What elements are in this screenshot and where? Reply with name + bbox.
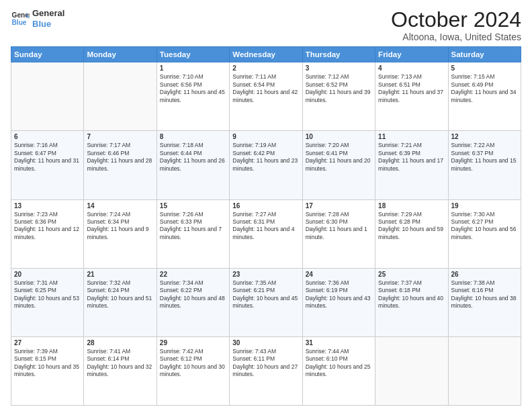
day-number: 9 — [232, 133, 299, 140]
day-info: Sunrise: 7:30 AMSunset: 6:27 PMDaylight:… — [451, 211, 518, 242]
day-info: Sunrise: 7:43 AMSunset: 6:11 PMDaylight:… — [232, 348, 299, 379]
day-number: 5 — [451, 64, 518, 72]
day-info: Sunrise: 7:20 AMSunset: 6:41 PMDaylight:… — [306, 142, 372, 173]
day-info: Sunrise: 7:23 AMSunset: 6:36 PMDaylight:… — [14, 211, 81, 242]
day-cell: 21Sunrise: 7:32 AMSunset: 6:24 PMDayligh… — [84, 268, 157, 336]
day-number: 10 — [306, 133, 372, 140]
day-cell: 10Sunrise: 7:20 AMSunset: 6:41 PMDayligh… — [302, 131, 375, 199]
day-number: 4 — [378, 64, 445, 72]
day-cell: 16Sunrise: 7:27 AMSunset: 6:31 PMDayligh… — [230, 199, 302, 268]
day-number: 6 — [14, 133, 81, 140]
week-row-5: 27Sunrise: 7:39 AMSunset: 6:15 PMDayligh… — [11, 336, 521, 405]
header: General Blue General Blue October 2024 A… — [11, 8, 521, 42]
day-cell: 12Sunrise: 7:22 AMSunset: 6:37 PMDayligh… — [448, 131, 521, 199]
day-info: Sunrise: 7:10 AMSunset: 6:56 PMDaylight:… — [160, 73, 226, 104]
day-info: Sunrise: 7:17 AMSunset: 6:46 PMDaylight:… — [87, 142, 153, 173]
title-block: October 2024 Altoona, Iowa, United State… — [391, 8, 521, 42]
day-number: 1 — [160, 64, 226, 72]
day-cell: 2Sunrise: 7:11 AMSunset: 6:54 PMDaylight… — [230, 62, 302, 131]
day-number: 17 — [306, 202, 372, 210]
day-number: 7 — [87, 133, 153, 140]
day-info: Sunrise: 7:21 AMSunset: 6:39 PMDaylight:… — [378, 142, 445, 173]
day-cell: 20Sunrise: 7:31 AMSunset: 6:25 PMDayligh… — [11, 268, 84, 336]
day-info: Sunrise: 7:18 AMSunset: 6:44 PMDaylight:… — [160, 142, 226, 173]
day-number: 12 — [451, 133, 518, 140]
location: Altoona, Iowa, United States — [391, 32, 521, 42]
day-info: Sunrise: 7:41 AMSunset: 6:14 PMDaylight:… — [87, 348, 153, 379]
day-number: 23 — [232, 271, 299, 278]
day-number: 24 — [306, 271, 372, 278]
day-cell: 6Sunrise: 7:16 AMSunset: 6:47 PMDaylight… — [11, 131, 84, 199]
day-info: Sunrise: 7:13 AMSunset: 6:51 PMDaylight:… — [378, 73, 445, 104]
day-info: Sunrise: 7:38 AMSunset: 6:16 PMDaylight:… — [451, 279, 518, 310]
day-number: 13 — [14, 202, 81, 210]
day-cell: 23Sunrise: 7:35 AMSunset: 6:21 PMDayligh… — [230, 268, 302, 336]
day-number: 19 — [451, 202, 518, 210]
day-info: Sunrise: 7:11 AMSunset: 6:54 PMDaylight:… — [232, 73, 299, 104]
day-number: 15 — [160, 202, 226, 210]
day-cell: 25Sunrise: 7:37 AMSunset: 6:18 PMDayligh… — [375, 268, 448, 336]
day-cell: 26Sunrise: 7:38 AMSunset: 6:16 PMDayligh… — [448, 268, 521, 336]
day-number: 30 — [232, 339, 299, 347]
day-cell: 29Sunrise: 7:42 AMSunset: 6:12 PMDayligh… — [157, 336, 229, 405]
month-title: October 2024 — [391, 8, 521, 32]
day-info: Sunrise: 7:22 AMSunset: 6:37 PMDaylight:… — [451, 142, 518, 173]
day-cell: 30Sunrise: 7:43 AMSunset: 6:11 PMDayligh… — [230, 336, 302, 405]
day-number: 22 — [160, 271, 226, 278]
day-info: Sunrise: 7:32 AMSunset: 6:24 PMDaylight:… — [87, 279, 153, 310]
day-cell — [448, 336, 521, 405]
week-row-3: 13Sunrise: 7:23 AMSunset: 6:36 PMDayligh… — [11, 199, 521, 268]
day-cell: 31Sunrise: 7:44 AMSunset: 6:10 PMDayligh… — [302, 336, 375, 405]
week-row-2: 6Sunrise: 7:16 AMSunset: 6:47 PMDaylight… — [11, 131, 521, 199]
day-number: 29 — [160, 339, 226, 347]
day-info: Sunrise: 7:29 AMSunset: 6:28 PMDaylight:… — [378, 211, 445, 242]
day-number: 11 — [378, 133, 445, 140]
day-number: 18 — [378, 202, 445, 210]
day-cell: 18Sunrise: 7:29 AMSunset: 6:28 PMDayligh… — [375, 199, 448, 268]
day-cell: 4Sunrise: 7:13 AMSunset: 6:51 PMDaylight… — [375, 62, 448, 131]
day-info: Sunrise: 7:31 AMSunset: 6:25 PMDaylight:… — [14, 279, 81, 310]
day-info: Sunrise: 7:37 AMSunset: 6:18 PMDaylight:… — [378, 279, 445, 310]
day-number: 31 — [306, 339, 372, 347]
day-number: 20 — [14, 271, 81, 278]
day-info: Sunrise: 7:15 AMSunset: 6:49 PMDaylight:… — [451, 73, 518, 104]
weekday-header-row: SundayMondayTuesdayWednesdayThursdayFrid… — [11, 47, 521, 62]
day-info: Sunrise: 7:27 AMSunset: 6:31 PMDaylight:… — [232, 211, 299, 242]
logo-icon: General Blue — [11, 9, 30, 28]
weekday-wednesday: Wednesday — [230, 47, 302, 62]
weekday-monday: Monday — [84, 47, 157, 62]
day-number: 28 — [87, 339, 153, 347]
day-info: Sunrise: 7:35 AMSunset: 6:21 PMDaylight:… — [232, 279, 299, 310]
day-cell: 13Sunrise: 7:23 AMSunset: 6:36 PMDayligh… — [11, 199, 84, 268]
day-info: Sunrise: 7:12 AMSunset: 6:52 PMDaylight:… — [306, 73, 372, 104]
day-cell: 1Sunrise: 7:10 AMSunset: 6:56 PMDaylight… — [157, 62, 229, 131]
day-number: 3 — [306, 64, 372, 72]
day-number: 14 — [87, 202, 153, 210]
day-number: 21 — [87, 271, 153, 278]
day-info: Sunrise: 7:19 AMSunset: 6:42 PMDaylight:… — [232, 142, 299, 173]
svg-text:Blue: Blue — [12, 19, 27, 26]
day-cell: 28Sunrise: 7:41 AMSunset: 6:14 PMDayligh… — [84, 336, 157, 405]
day-cell: 8Sunrise: 7:18 AMSunset: 6:44 PMDaylight… — [157, 131, 229, 199]
day-info: Sunrise: 7:26 AMSunset: 6:33 PMDaylight:… — [160, 211, 226, 242]
day-info: Sunrise: 7:24 AMSunset: 6:34 PMDaylight:… — [87, 211, 153, 242]
day-cell — [11, 62, 84, 131]
day-cell: 19Sunrise: 7:30 AMSunset: 6:27 PMDayligh… — [448, 199, 521, 268]
weekday-friday: Friday — [375, 47, 448, 62]
calendar-table: SundayMondayTuesdayWednesdayThursdayFrid… — [11, 46, 521, 406]
day-cell: 7Sunrise: 7:17 AMSunset: 6:46 PMDaylight… — [84, 131, 157, 199]
logo-text-blue: Blue — [32, 19, 64, 30]
day-info: Sunrise: 7:34 AMSunset: 6:22 PMDaylight:… — [160, 279, 226, 310]
day-number: 25 — [378, 271, 445, 278]
day-cell: 17Sunrise: 7:28 AMSunset: 6:30 PMDayligh… — [302, 199, 375, 268]
day-number: 16 — [232, 202, 299, 210]
day-info: Sunrise: 7:16 AMSunset: 6:47 PMDaylight:… — [14, 142, 81, 173]
week-row-1: 1Sunrise: 7:10 AMSunset: 6:56 PMDaylight… — [11, 62, 521, 131]
day-info: Sunrise: 7:44 AMSunset: 6:10 PMDaylight:… — [306, 348, 372, 379]
day-cell: 5Sunrise: 7:15 AMSunset: 6:49 PMDaylight… — [448, 62, 521, 131]
day-cell — [84, 62, 157, 131]
day-info: Sunrise: 7:39 AMSunset: 6:15 PMDaylight:… — [14, 348, 81, 379]
weekday-saturday: Saturday — [448, 47, 521, 62]
logo: General Blue General Blue — [11, 8, 64, 29]
day-info: Sunrise: 7:28 AMSunset: 6:30 PMDaylight:… — [306, 211, 372, 242]
